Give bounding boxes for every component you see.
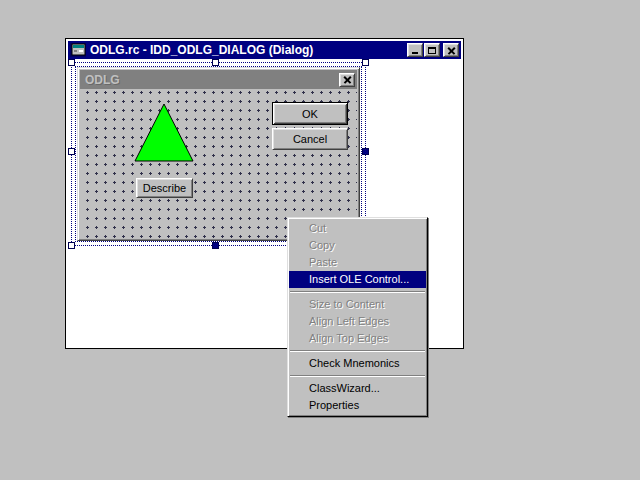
minimize-button[interactable]	[407, 43, 423, 57]
menu-item-paste: Paste	[289, 254, 426, 271]
dialog-resource-icon[interactable]	[70, 43, 86, 57]
edited-dialog[interactable]: ODLG OK Cancel Describe	[77, 67, 360, 241]
close-icon	[448, 47, 455, 54]
selection-handle-right-mid[interactable]	[362, 148, 369, 155]
menu-item-size-to-content: Size to Content	[289, 296, 426, 313]
menu-item-check-mnemonics[interactable]: Check Mnemonics	[289, 355, 426, 372]
context-menu: CutCopyPasteInsert OLE Control...Size to…	[287, 217, 428, 417]
maximize-icon	[428, 47, 436, 54]
menu-item-cut: Cut	[289, 220, 426, 237]
menu-item-align-left-edges: Align Left Edges	[289, 313, 426, 330]
selection-handle-top-left[interactable]	[68, 59, 75, 66]
cancel-button[interactable]: Cancel	[272, 128, 348, 150]
menu-item-classwizard[interactable]: ClassWizard...	[289, 380, 426, 397]
menu-item-properties[interactable]: Properties	[289, 397, 426, 414]
close-button[interactable]	[443, 43, 459, 57]
menu-separator	[290, 350, 425, 352]
selection-handle-top-right[interactable]	[362, 59, 369, 66]
menu-item-align-top-edges: Align Top Edges	[289, 330, 426, 347]
selection-handle-bottom-left[interactable]	[68, 242, 75, 249]
edited-dialog-titlebar[interactable]: ODLG	[80, 70, 357, 89]
selection-handle-left-mid[interactable]	[68, 148, 75, 155]
edited-dialog-title: ODLG	[82, 73, 339, 87]
window-titlebar[interactable]: ODLG.rc - IDD_ODLG_DIALOG (Dialog)	[68, 41, 461, 59]
window-title: ODLG.rc - IDD_ODLG_DIALOG (Dialog)	[90, 43, 407, 57]
selection-handle-top-mid[interactable]	[212, 59, 219, 66]
menu-separator	[290, 291, 425, 293]
triangle-shape	[135, 104, 193, 161]
close-icon	[344, 76, 351, 83]
describe-button[interactable]: Describe	[136, 178, 193, 198]
maximize-button[interactable]	[424, 43, 440, 57]
minimize-icon	[412, 52, 418, 54]
edited-dialog-close-button[interactable]	[339, 73, 355, 87]
menu-item-insert-ole-control[interactable]: Insert OLE Control...	[289, 271, 426, 288]
menu-item-copy: Copy	[289, 237, 426, 254]
menu-separator	[290, 375, 425, 377]
desktop: { "window": { "title": "ODLG.rc - IDD_OD…	[0, 0, 640, 480]
ok-button[interactable]: OK	[272, 102, 348, 125]
selection-handle-bottom-mid[interactable]	[212, 242, 219, 249]
triangle-graphic[interactable]	[133, 102, 195, 163]
